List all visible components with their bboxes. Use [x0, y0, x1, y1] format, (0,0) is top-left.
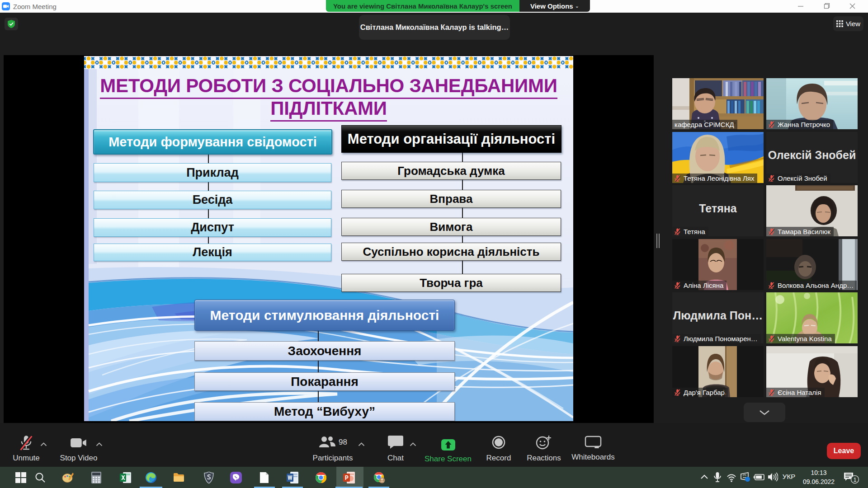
svg-text:1: 1: [854, 477, 857, 483]
